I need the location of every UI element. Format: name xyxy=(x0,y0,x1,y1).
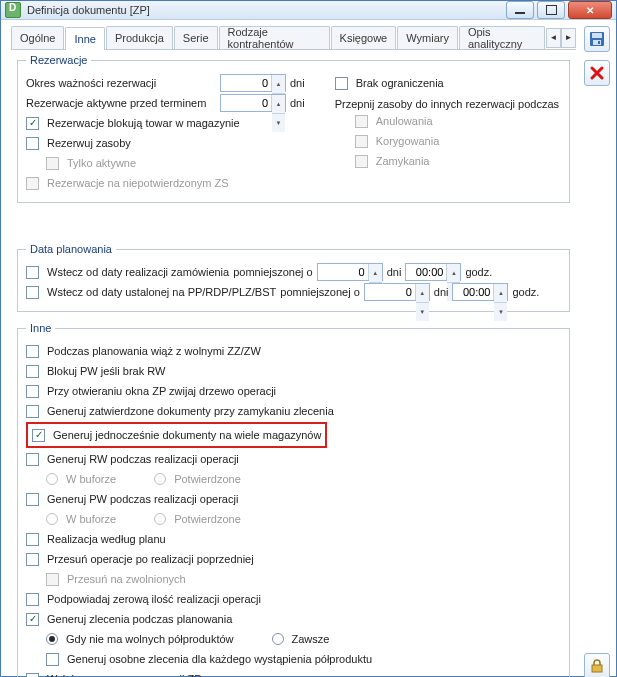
maximize-button[interactable] xyxy=(537,1,565,19)
cancel-button[interactable] xyxy=(584,60,610,86)
chk-przesun-zwolnionych xyxy=(46,573,59,586)
tabstrip: Ogólne Inne Produkcja Serie Rodzaje kont… xyxy=(11,26,576,50)
chk-wstecz-od-pp[interactable] xyxy=(26,286,39,299)
legend-inne: Inne xyxy=(26,322,55,334)
radio-rw-bufor xyxy=(46,473,58,485)
tab-produkcja[interactable]: Produkcja xyxy=(106,26,173,49)
tab-serie[interactable]: Serie xyxy=(174,26,218,49)
save-button[interactable] xyxy=(584,26,610,52)
svg-rect-4 xyxy=(592,665,602,672)
highlighted-option: Generuj jednocześnie dokumenty na wiele … xyxy=(26,422,327,448)
tab-scroll-left[interactable]: ◄ xyxy=(546,28,561,48)
chk-rezerwuj-zasoby[interactable] xyxy=(26,137,39,150)
group-rezerwacje: Rezerwacje Okres ważności rezerwacji ▲▼ … xyxy=(17,54,570,203)
tab-content: Rezerwacje Okres ważności rezerwacji ▲▼ … xyxy=(11,50,576,677)
client-area: Ogólne Inne Produkcja Serie Rodzaje kont… xyxy=(1,20,616,677)
legend-data-planowania: Data planowania xyxy=(26,243,116,255)
legend-rezerwacje: Rezerwacje xyxy=(26,54,91,66)
radio-pw-bufor xyxy=(46,513,58,525)
chk-zwijaj-drzewo[interactable] xyxy=(26,385,39,398)
radio-pw-potwierdzone xyxy=(154,513,166,525)
svg-rect-3 xyxy=(598,41,600,44)
chk-korygowania xyxy=(355,135,368,148)
chk-przesun-operacje[interactable] xyxy=(26,553,39,566)
tab-scroll-right[interactable]: ► xyxy=(561,28,576,48)
group-data-planowania: Data planowania Wstecz od daty realizacj… xyxy=(17,243,570,312)
tab-ogolne[interactable]: Ogólne xyxy=(11,26,64,49)
tab-rodzaje-kontrahentow[interactable]: Rodzaje kontrahentów xyxy=(219,26,330,49)
radio-gdy-brak-polproduktow[interactable] xyxy=(46,633,58,645)
input-wstecz-godz-2[interactable]: ▲▼ xyxy=(452,283,508,301)
chk-brak-ograniczenia[interactable] xyxy=(335,77,348,90)
chk-generuj-zatwierdzone[interactable] xyxy=(26,405,39,418)
label-rezerwacje-aktywne: Rezerwacje aktywne przed terminem xyxy=(26,94,216,112)
chk-podpowiadaj-zerowa[interactable] xyxy=(26,593,39,606)
close-button[interactable] xyxy=(568,1,612,19)
tab-opis-analityczny[interactable]: Opis analityczny xyxy=(459,26,545,49)
chk-generuj-wiele-magazynow[interactable] xyxy=(32,429,45,442)
app-icon xyxy=(5,2,21,18)
lock-button[interactable] xyxy=(584,653,610,677)
radio-zawsze[interactable] xyxy=(272,633,284,645)
floppy-icon xyxy=(589,31,605,47)
chk-blokuja-towar[interactable] xyxy=(26,117,39,130)
chk-niepotwierdzony-zs xyxy=(26,177,39,190)
chk-wstecz-od-realizacji[interactable] xyxy=(26,266,39,279)
chk-generuj-rw[interactable] xyxy=(26,453,39,466)
chk-generuj-zlecenia[interactable] xyxy=(26,613,39,626)
chk-blokuj-pw[interactable] xyxy=(26,365,39,378)
input-okres-waznosci[interactable]: ▲▼ xyxy=(220,74,286,92)
window: Definicja dokumentu [ZP] Ogólne Inne Pro… xyxy=(0,0,617,677)
tab-inne[interactable]: Inne xyxy=(65,27,104,50)
input-rezerwacje-aktywne[interactable]: ▲▼ xyxy=(220,94,286,112)
input-wstecz-dni-1[interactable]: ▲▼ xyxy=(317,263,383,281)
label-okres-waznosci: Okres ważności rezerwacji xyxy=(26,74,216,92)
tab-ksiegowe[interactable]: Księgowe xyxy=(331,26,397,49)
chk-generuj-pw[interactable] xyxy=(26,493,39,506)
lock-icon xyxy=(589,658,605,674)
minimize-button[interactable] xyxy=(506,1,534,19)
chk-zamykania xyxy=(355,155,368,168)
x-red-icon xyxy=(589,65,605,81)
chk-wiaz-zz-zw[interactable] xyxy=(26,345,39,358)
chk-wybor-magazynu[interactable] xyxy=(26,673,39,678)
input-wstecz-dni-2[interactable]: ▲▼ xyxy=(364,283,430,301)
group-inne: Inne Podczas planowania wiąż z wolnymi Z… xyxy=(17,322,570,677)
chk-realizacja-wg-planu[interactable] xyxy=(26,533,39,546)
window-title: Definicja dokumentu [ZP] xyxy=(27,4,503,16)
side-toolbar xyxy=(582,26,612,677)
chk-anulowania xyxy=(355,115,368,128)
chk-generuj-osobne[interactable] xyxy=(46,653,59,666)
svg-rect-1 xyxy=(592,33,602,38)
radio-rw-potwierdzone xyxy=(154,473,166,485)
label-przepnij: Przepnij zasoby do innych rezerwacji pod… xyxy=(335,98,561,110)
chk-tylko-aktywne xyxy=(46,157,59,170)
tab-wymiary[interactable]: Wymiary xyxy=(397,26,458,49)
titlebar: Definicja dokumentu [ZP] xyxy=(1,1,616,20)
input-wstecz-godz-1[interactable]: ▲▼ xyxy=(405,263,461,281)
